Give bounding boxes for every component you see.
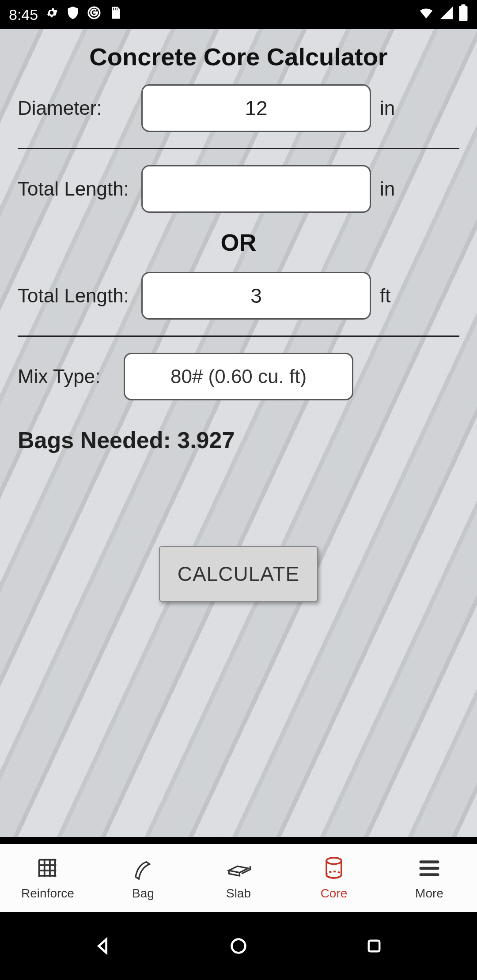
result-prefix: Bags Needed: [18, 427, 177, 453]
nav-slab[interactable]: Slab [191, 844, 286, 912]
or-label: OR [18, 229, 459, 256]
length-ft-unit: ft [380, 285, 390, 307]
recents-button[interactable] [361, 933, 387, 959]
length-in-row: Total Length: in [18, 165, 459, 213]
length-in-label: Total Length: [18, 178, 132, 200]
grid-icon [35, 856, 61, 883]
nav-more[interactable]: More [382, 844, 477, 912]
calculate-button[interactable]: CALCULATE [159, 546, 318, 602]
mix-value: 80# (0.60 cu. ft) [170, 366, 307, 388]
nav-core[interactable]: Core [286, 844, 382, 912]
wifi-icon [418, 4, 435, 25]
svg-rect-6 [368, 941, 379, 952]
length-ft-row: Total Length: ft [18, 272, 459, 320]
shield-icon [65, 5, 80, 24]
svg-rect-2 [461, 4, 466, 7]
g-icon [87, 5, 102, 24]
divider [18, 335, 459, 337]
length-ft-input[interactable] [141, 272, 371, 320]
result-line: Bags Needed: 3.927 [18, 427, 459, 453]
bag-icon [130, 856, 156, 883]
nav-bag[interactable]: Bag [95, 844, 191, 912]
svg-rect-1 [459, 6, 468, 21]
nav-label: Reinforce [21, 886, 74, 901]
diameter-label: Diameter: [18, 97, 132, 119]
sd-icon [108, 5, 123, 24]
status-bar: 8:45 [0, 0, 477, 29]
calculate-wrap: CALCULATE [18, 546, 459, 602]
battery-icon [458, 4, 468, 25]
mix-select[interactable]: 80# (0.60 cu. ft) [124, 353, 353, 400]
back-button[interactable] [90, 933, 116, 959]
divider [18, 148, 459, 149]
diameter-input[interactable] [141, 84, 371, 132]
nav-label: Slab [226, 886, 251, 901]
length-in-unit: in [380, 178, 395, 200]
diameter-row: Diameter: in [18, 84, 459, 132]
system-nav [0, 912, 477, 980]
result-value: 3.927 [177, 427, 235, 453]
mix-row: Mix Type: 80# (0.60 cu. ft) [18, 353, 459, 400]
more-icon [416, 856, 442, 883]
page-title: Concrete Core Calculator [18, 42, 459, 71]
length-ft-label: Total Length: [18, 285, 132, 307]
slab-icon [226, 856, 251, 883]
main-content: Concrete Core Calculator Diameter: in To… [0, 29, 477, 837]
bottom-nav: Reinforce Bag Slab Core More [0, 844, 477, 912]
cylinder-icon [321, 856, 347, 883]
gear-icon [44, 5, 59, 24]
length-in-input[interactable] [141, 165, 371, 213]
diameter-unit: in [380, 97, 395, 119]
signal-icon [439, 5, 454, 24]
svg-point-5 [232, 939, 246, 953]
status-time: 8:45 [9, 6, 38, 23]
nav-label: Core [321, 886, 348, 901]
nav-label: More [415, 886, 443, 901]
home-button[interactable] [225, 933, 252, 959]
nav-label: Bag [132, 886, 154, 901]
status-left: 8:45 [9, 5, 123, 24]
nav-reinforce[interactable]: Reinforce [0, 844, 95, 912]
status-right [418, 4, 468, 25]
mix-label: Mix Type: [18, 366, 115, 388]
svg-point-3 [326, 858, 341, 864]
